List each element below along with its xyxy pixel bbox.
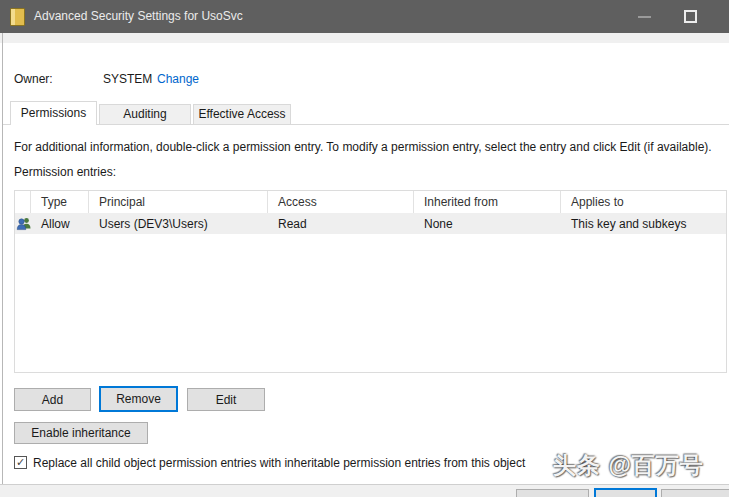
checkmark-icon: ✓ (16, 456, 25, 468)
bottom-button-1[interactable] (516, 489, 589, 497)
table-header: Type Principal Access Inherited from App… (15, 191, 726, 213)
window-frame-strip (0, 33, 729, 43)
maximize-icon[interactable] (684, 10, 697, 23)
column-header-icon[interactable] (15, 191, 31, 213)
cell-access: Read (268, 217, 414, 231)
edit-button[interactable]: Edit (187, 388, 265, 411)
cell-applies-to: This key and subkeys (561, 217, 726, 231)
tab-permissions[interactable]: Permissions (10, 101, 97, 125)
change-owner-link[interactable]: Change (157, 72, 199, 86)
remove-button[interactable]: Remove (99, 386, 178, 412)
minimize-icon[interactable] (638, 16, 651, 18)
permission-entries-label: Permission entries: (14, 165, 116, 179)
window-icon (10, 8, 25, 26)
permissions-instructions: For additional information, double-click… (14, 140, 712, 154)
replace-permissions-label: Replace all child object permission entr… (33, 456, 525, 470)
add-button[interactable]: Add (14, 388, 91, 411)
tab-auditing[interactable]: Auditing (99, 104, 191, 125)
owner-value: SYSTEM (103, 72, 152, 86)
table-row[interactable]: Allow Users (DEV3\Users) Read None This … (15, 213, 726, 234)
column-header-principal[interactable]: Principal (89, 191, 268, 213)
users-group-icon (15, 215, 31, 232)
advanced-security-settings-dialog: Advanced Security Settings for UsoSvc Ow… (0, 0, 729, 497)
column-header-applies-to[interactable]: Applies to (561, 191, 726, 213)
watermark-text: 头条 @百万号 (553, 450, 704, 481)
cell-inherited-from: None (414, 217, 561, 231)
tab-effective-access[interactable]: Effective Access (193, 104, 291, 125)
bottom-button-3[interactable] (661, 489, 729, 497)
replace-permissions-checkbox[interactable]: ✓ (14, 456, 27, 469)
permission-entries-table: Type Principal Access Inherited from App… (14, 190, 727, 373)
enable-inheritance-button[interactable]: Enable inheritance (14, 422, 148, 444)
cell-type: Allow (31, 217, 89, 231)
column-header-access[interactable]: Access (268, 191, 414, 213)
owner-label: Owner: (14, 72, 53, 86)
cell-principal: Users (DEV3\Users) (89, 217, 268, 231)
column-header-type[interactable]: Type (31, 191, 89, 213)
window-left-border (2, 33, 3, 497)
window-title: Advanced Security Settings for UsoSvc (34, 9, 243, 23)
column-header-inherited-from[interactable]: Inherited from (414, 191, 561, 213)
title-bar: Advanced Security Settings for UsoSvc (0, 0, 729, 33)
bottom-button-2[interactable] (594, 488, 657, 497)
